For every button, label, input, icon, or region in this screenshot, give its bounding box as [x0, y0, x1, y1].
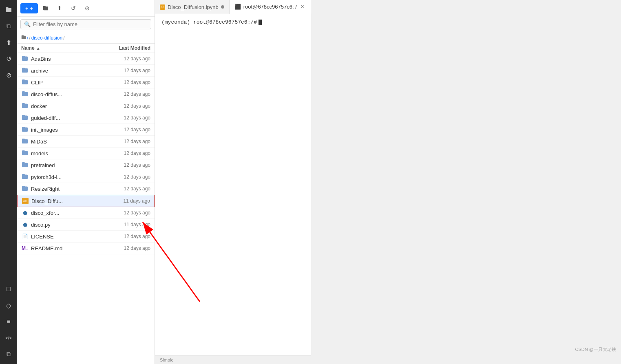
- file-modified: 12 days ago: [110, 174, 150, 180]
- file-modified: 12 days ago: [110, 91, 150, 97]
- search-icon: 🔍: [24, 21, 31, 27]
- file-row[interactable]: pytorch3d-l... 12 days ago: [17, 171, 155, 183]
- sort-by-name[interactable]: Name ▲: [21, 45, 102, 51]
- file-row[interactable]: MiDaS 12 days ago: [17, 136, 155, 148]
- sidebar-item-git[interactable]: ◇: [1, 298, 16, 313]
- file-name: Disco_Diffu...: [31, 198, 109, 204]
- file-row[interactable]: CLIP 12 days ago: [17, 77, 155, 88]
- file-browser: + + ⬆ ↺ ⊘ 🔍 / / disco-diffusion /: [17, 0, 155, 364]
- sidebar-item-extensions[interactable]: ⧉: [1, 347, 16, 362]
- tab-label: root@678cc96757c6: /: [243, 4, 297, 10]
- file-type-icon: nb: [22, 197, 29, 205]
- python-icon: ⬟: [23, 210, 27, 216]
- file-name: CLIP: [31, 79, 110, 86]
- file-row[interactable]: archive 12 days ago: [17, 65, 155, 77]
- file-row[interactable]: init_images 12 days ago: [17, 124, 155, 136]
- file-type-icon: [21, 185, 29, 192]
- sort-arrow-icon: ▲: [36, 46, 40, 51]
- bottom-bar: Simple: [155, 355, 311, 364]
- watermark: CSDN @一只大老铁: [575, 346, 616, 353]
- file-type-icon: [21, 126, 29, 133]
- folder-icon: [22, 114, 28, 122]
- notebook-tab-icon: nb: [160, 4, 165, 10]
- activity-refresh-btn[interactable]: ↺: [1, 51, 16, 66]
- terminal-prompt-text: (myconda) root@678cc96757c6:/#: [161, 19, 257, 25]
- file-row[interactable]: disco-diffus... 12 days ago: [17, 88, 155, 100]
- file-type-icon: [21, 173, 29, 181]
- search-bar: 🔍: [17, 17, 155, 32]
- file-name: models: [31, 150, 110, 157]
- tab-close-btn[interactable]: ✕: [299, 3, 306, 10]
- plus-icon: +: [25, 5, 29, 11]
- file-name: disco.py: [31, 222, 110, 228]
- clear-button[interactable]: ⊘: [81, 2, 93, 14]
- file-type-icon: [21, 79, 29, 86]
- folder-icon: [22, 150, 28, 157]
- folder-icon: [22, 79, 28, 86]
- terminal-cursor: [259, 20, 262, 25]
- sidebar-item-code[interactable]: </>: [1, 331, 16, 345]
- file-name: disco_xfor...: [31, 210, 110, 216]
- file-list-header: Name ▲ Last Modified: [17, 44, 155, 53]
- file-type-icon: [21, 90, 29, 98]
- sidebar-item-files[interactable]: □: [1, 282, 16, 296]
- file-modified: 12 days ago: [110, 139, 150, 144]
- activity-copy-btn[interactable]: ⧉: [1, 19, 16, 33]
- terminal-area[interactable]: (myconda) root@678cc96757c6:/#: [155, 14, 311, 355]
- sidebar-item-list[interactable]: ≡: [1, 314, 16, 329]
- main-content: nb Disco_Diffusion.ipynb⬛ root@678cc9675…: [155, 0, 311, 364]
- activity-clear-btn[interactable]: ⊘: [1, 68, 16, 82]
- file-modified: 12 days ago: [110, 210, 150, 216]
- file-row[interactable]: guided-diff... 12 days ago: [17, 112, 155, 124]
- file-row[interactable]: pretrained 12 days ago: [17, 159, 155, 171]
- new-button[interactable]: + +: [20, 3, 38, 13]
- file-modified: 12 days ago: [110, 115, 150, 121]
- tab-bar: nb Disco_Diffusion.ipynb⬛ root@678cc9675…: [155, 0, 311, 14]
- activity-upload-btn[interactable]: ⬆: [1, 35, 16, 50]
- open-folder-button[interactable]: [40, 2, 52, 14]
- file-name: guided-diff...: [31, 115, 110, 121]
- file-modified: 12 days ago: [110, 234, 150, 239]
- folder-icon: [22, 67, 28, 75]
- search-input[interactable]: [33, 21, 148, 27]
- breadcrumb: / / disco-diffusion /: [17, 32, 155, 44]
- folder-icon: [22, 173, 28, 181]
- file-modified: 12 days ago: [110, 245, 150, 251]
- file-row[interactable]: ResizeRight 12 days ago: [17, 183, 155, 195]
- file-row[interactable]: docker 12 days ago: [17, 100, 155, 112]
- folder-icon: [22, 138, 28, 146]
- unsaved-dot: [221, 5, 224, 9]
- file-row[interactable]: ⬟ disco_xfor... 12 days ago: [17, 207, 155, 219]
- sort-by-modified[interactable]: Last Modified: [102, 45, 150, 51]
- file-row[interactable]: AdaBins 12 days ago: [17, 53, 155, 65]
- file-name: docker: [31, 103, 110, 109]
- file-type-icon: M↓: [21, 245, 29, 252]
- file-type-icon: [21, 55, 29, 62]
- file-row[interactable]: 📄 LICENSE 12 days ago: [17, 231, 155, 243]
- file-row[interactable]: models 12 days ago: [17, 148, 155, 159]
- file-row[interactable]: ⬟ disco.py 11 days ago: [17, 219, 155, 231]
- breadcrumb-folder[interactable]: disco-diffusion: [31, 35, 63, 41]
- file-row[interactable]: M↓ README.md 12 days ago: [17, 243, 155, 254]
- file-name: pretrained: [31, 162, 110, 168]
- folder-icon: [22, 126, 28, 134]
- file-modified: 12 days ago: [110, 186, 150, 192]
- tab-0[interactable]: nb Disco_Diffusion.ipynb: [155, 0, 230, 14]
- file-row[interactable]: nb Disco_Diffu... 11 days ago: [17, 195, 155, 207]
- refresh-button[interactable]: ↺: [67, 2, 80, 14]
- tab-1[interactable]: ⬛ root@678cc96757c6: /✕: [230, 0, 311, 14]
- folder-icon: [22, 185, 28, 193]
- file-name: LICENSE: [31, 234, 110, 240]
- file-type-icon: [21, 114, 29, 121]
- file-modified: 12 days ago: [110, 56, 150, 62]
- breadcrumb-root[interactable]: /: [27, 35, 28, 41]
- file-modified: 12 days ago: [110, 150, 150, 156]
- upload-button[interactable]: ⬆: [53, 2, 66, 14]
- activity-folder-btn[interactable]: [1, 2, 16, 17]
- file-modified: 12 days ago: [110, 103, 150, 109]
- file-type-icon: [21, 138, 29, 145]
- bottom-simple-label: Simple: [160, 357, 174, 362]
- markdown-icon: M↓: [22, 245, 28, 251]
- folder-icon: [22, 161, 28, 169]
- file-modified: 12 days ago: [110, 79, 150, 85]
